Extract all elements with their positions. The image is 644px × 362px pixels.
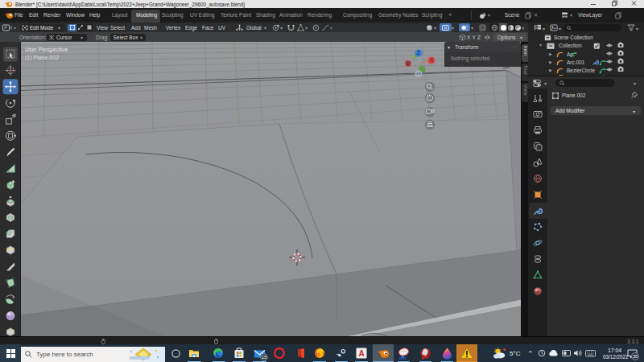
svg-text:A: A — [358, 349, 364, 358]
svg-text:(1) Plane.002: (1) Plane.002 — [25, 55, 59, 61]
svg-text:Z: Z — [417, 50, 420, 56]
svg-text:User Perspective: User Perspective — [25, 47, 68, 53]
svg-text:15: 15 — [262, 355, 266, 360]
svg-text:35: 35 — [633, 354, 638, 359]
svg-text:X: X — [430, 57, 434, 63]
